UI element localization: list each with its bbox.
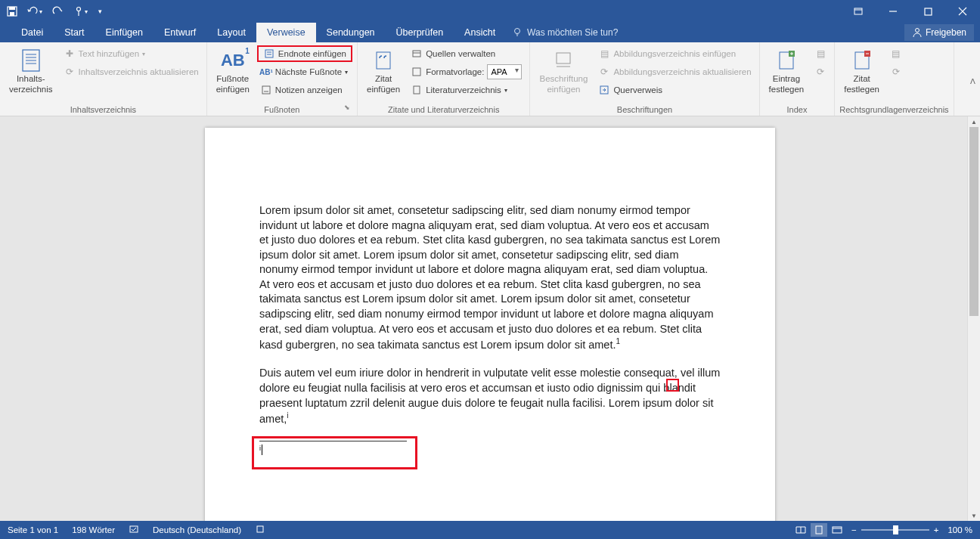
add-text-button[interactable]: ✚Text hinzufügen ▾	[60, 45, 202, 62]
print-layout-button[interactable]	[811, 523, 827, 537]
touch-mode-button[interactable]: ▾	[73, 4, 88, 19]
group-toa-label: Rechtsgrundlagenverzeichnis	[839, 104, 948, 116]
maximize-button[interactable]	[910, 0, 945, 23]
mark-entry-button[interactable]: Eintrag festlegen	[764, 45, 809, 98]
lightbulb-icon	[512, 27, 523, 38]
proofing-button[interactable]	[129, 524, 139, 536]
paragraph-1[interactable]: Lorem ipsum dolor sit amet, consetetur s…	[259, 203, 721, 352]
svg-rect-1	[9, 7, 15, 10]
update-toa-button[interactable]: ⟳	[887, 64, 905, 80]
endnote-ref-i[interactable]: i	[287, 411, 288, 420]
tab-entwurf[interactable]: Entwurf	[154, 23, 206, 42]
page[interactable]: Lorem ipsum dolor sit amet, consetetur s…	[205, 128, 775, 521]
crossref-button[interactable]: Querverweis	[595, 82, 754, 98]
minimize-button[interactable]	[876, 0, 910, 23]
web-layout-button[interactable]	[829, 523, 845, 537]
scroll-thumb[interactable]	[969, 127, 978, 316]
tab-ueberpruefen[interactable]: Überprüfen	[386, 23, 454, 42]
paragraph-2[interactable]: Duis autem vel eum iriure dolor in hendr…	[259, 366, 721, 426]
qat-customize-button[interactable]: ▾	[95, 4, 104, 19]
tab-datei[interactable]: Datei	[11, 23, 54, 42]
page-indicator[interactable]: Seite 1 von 1	[8, 525, 58, 534]
next-footnote-button[interactable]: AB¹Nächste Fußnote ▾	[257, 64, 352, 80]
bibliography-button[interactable]: Literaturverzeichnis ▾	[408, 82, 525, 98]
svg-rect-22	[262, 86, 270, 94]
scroll-up-button[interactable]: ▲	[968, 116, 980, 127]
close-button[interactable]	[945, 0, 980, 23]
footnotes-launcher[interactable]: ⬊	[344, 104, 355, 114]
tof-icon: ▤	[598, 48, 610, 60]
language-indicator[interactable]: Deutsch (Deutschland)	[153, 525, 241, 534]
insert-index-button[interactable]: ▤	[811, 45, 830, 62]
svg-rect-28	[414, 86, 420, 94]
add-text-icon: ✚	[64, 48, 76, 60]
update-tof-button[interactable]: ⟳Abbildungsverzeichnis aktualisieren	[595, 64, 754, 80]
collapse-ribbon-button[interactable]: ᐱ	[970, 77, 975, 85]
zoom-in-button[interactable]: +	[934, 525, 939, 534]
group-citations: Zitat einfügen Quellen verwalten Formatv…	[358, 42, 530, 116]
insert-tof-button[interactable]: ▤Abbildungsverzeichnis einfügen	[595, 45, 754, 62]
statusbar: Seite 1 von 1 198 Wörter Deutsch (Deutsc…	[0, 521, 980, 539]
tab-einfuegen[interactable]: Einfügen	[95, 23, 154, 42]
undo-button[interactable]: ▾	[27, 4, 42, 19]
toc-icon	[19, 48, 43, 73]
insert-citation-label: Zitat einfügen	[367, 74, 400, 95]
manage-sources-button[interactable]: Quellen verwalten	[408, 45, 525, 62]
tab-start[interactable]: Start	[54, 23, 95, 42]
svg-point-10	[515, 29, 520, 34]
redo-button[interactable]	[50, 4, 65, 19]
ribbon-display-button[interactable]	[841, 0, 876, 23]
mark-citation-button[interactable]: Zitat festlegen	[839, 45, 884, 98]
zoom-slider-thumb[interactable]	[893, 525, 898, 534]
tell-me-placeholder: Was möchten Sie tun?	[527, 27, 618, 38]
style-icon	[411, 66, 423, 78]
mark-entry-label: Eintrag festlegen	[769, 74, 805, 95]
update-tof-icon: ⟳	[598, 66, 610, 78]
zoom-slider[interactable]	[861, 529, 929, 531]
svg-rect-39	[130, 526, 138, 532]
citation-style-select[interactable]: APA	[487, 64, 522, 79]
update-index-button[interactable]: ⟳	[811, 64, 830, 80]
svg-rect-4	[854, 8, 862, 14]
zoom-out-button[interactable]: −	[851, 525, 857, 534]
view-buttons	[792, 523, 845, 537]
svg-rect-29	[557, 53, 570, 64]
insert-toa-button[interactable]: ▤	[887, 45, 905, 62]
sources-icon	[411, 48, 423, 60]
citation-style-row: Formatvorlage: APA	[408, 64, 525, 80]
insert-citation-button[interactable]: Zitat einfügen	[362, 45, 405, 98]
insert-footnote-button[interactable]: AB1 Fußnote einfügen	[212, 45, 254, 98]
person-icon	[912, 27, 923, 38]
insert-footnote-label: Fußnote einfügen	[216, 74, 250, 95]
show-notes-icon	[260, 84, 272, 96]
update-toc-button[interactable]: ⟳Inhaltsverzeichnis aktualisieren	[60, 64, 202, 80]
tab-ansicht[interactable]: Ansicht	[454, 23, 506, 42]
biblio-icon	[411, 84, 423, 96]
save-button[interactable]	[5, 4, 20, 19]
read-mode-button[interactable]	[792, 523, 809, 537]
document-area[interactable]: Lorem ipsum dolor sit amet, consetetur s…	[0, 116, 967, 521]
group-footnotes-label: Fußnoten	[212, 104, 352, 116]
scroll-down-button[interactable]: ▼	[968, 510, 980, 521]
group-captions: Beschriftung einfügen ▤Abbildungsverzeic…	[530, 42, 759, 116]
svg-rect-27	[413, 68, 420, 76]
show-notes-button[interactable]: Notizen anzeigen	[257, 82, 352, 98]
footnote-ref-1[interactable]: 1	[616, 337, 620, 345]
tab-layout[interactable]: Layout	[206, 23, 256, 42]
toc-button[interactable]: Inhalts- verzeichnis	[5, 45, 57, 98]
tab-sendungen[interactable]: Sendungen	[316, 23, 386, 42]
share-button[interactable]: Freigeben	[904, 24, 974, 41]
macro-button[interactable]	[255, 524, 265, 536]
citation-icon	[371, 48, 395, 73]
tell-me-search[interactable]: Was möchten Sie tun?	[512, 23, 618, 42]
vertical-scrollbar[interactable]: ▲ ▼	[967, 116, 980, 521]
word-count[interactable]: 198 Wörter	[72, 525, 115, 534]
tab-verweise[interactable]: Verweise	[256, 23, 316, 42]
zoom-level[interactable]: 100 %	[947, 525, 972, 534]
mark-citation-label: Zitat festlegen	[844, 74, 879, 95]
titlebar: ▾ ▾ ▾	[0, 0, 980, 23]
insert-caption-button[interactable]: Beschriftung einfügen	[535, 45, 592, 98]
insert-endnote-button[interactable]: Endnote einfügen	[257, 45, 352, 62]
index-icon	[774, 48, 799, 73]
quick-access-toolbar: ▾ ▾ ▾	[5, 4, 104, 19]
